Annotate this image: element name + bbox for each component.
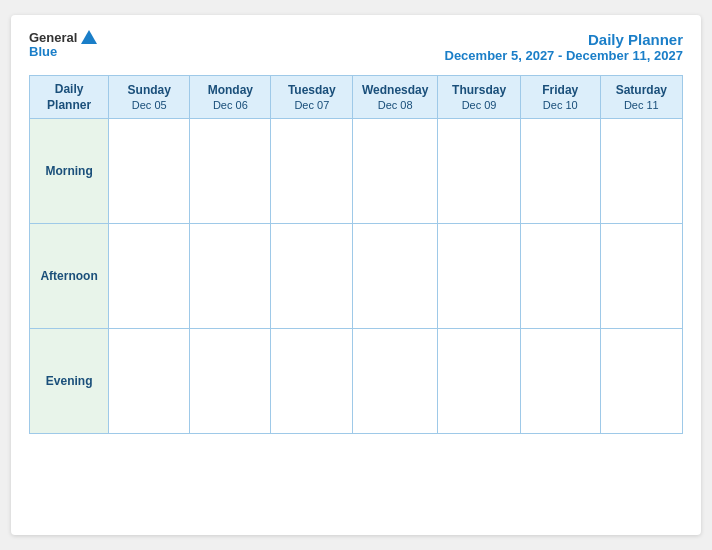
morning-saturday-cell[interactable]: [600, 119, 682, 224]
calendar-table: Daily Planner Sunday Dec 05 Monday Dec 0…: [29, 75, 683, 434]
evening-tuesday-cell[interactable]: [271, 329, 353, 434]
evening-label: Evening: [30, 329, 109, 434]
evening-thursday-cell[interactable]: [438, 329, 521, 434]
tuesday-date: Dec 07: [275, 98, 348, 112]
planner-title: Daily Planner: [445, 31, 684, 48]
row-evening: Evening: [30, 329, 683, 434]
logo: General Blue: [29, 31, 97, 60]
col-header-thursday: Thursday Dec 09: [438, 76, 521, 119]
monday-date: Dec 06: [194, 98, 266, 112]
col-header-sunday: Sunday Dec 05: [109, 76, 190, 119]
morning-thursday-cell[interactable]: [438, 119, 521, 224]
col-header-label: Daily Planner: [30, 76, 109, 119]
afternoon-tuesday-cell[interactable]: [271, 224, 353, 329]
label-day2: Planner: [34, 98, 104, 114]
afternoon-sunday-cell[interactable]: [109, 224, 190, 329]
morning-tuesday-cell[interactable]: [271, 119, 353, 224]
planner-page: General Blue Daily Planner December 5, 2…: [11, 15, 701, 535]
morning-sunday-cell[interactable]: [109, 119, 190, 224]
col-header-friday: Friday Dec 10: [520, 76, 600, 119]
col-header-wednesday: Wednesday Dec 08: [353, 76, 438, 119]
afternoon-thursday-cell[interactable]: [438, 224, 521, 329]
logo-general-text: General: [29, 31, 77, 45]
morning-friday-cell[interactable]: [520, 119, 600, 224]
morning-monday-cell[interactable]: [190, 119, 271, 224]
evening-wednesday-cell[interactable]: [353, 329, 438, 434]
evening-saturday-cell[interactable]: [600, 329, 682, 434]
header: General Blue Daily Planner December 5, 2…: [29, 31, 683, 63]
calendar-header-row: Daily Planner Sunday Dec 05 Monday Dec 0…: [30, 76, 683, 119]
header-title: Daily Planner December 5, 2027 - Decembe…: [445, 31, 684, 63]
afternoon-wednesday-cell[interactable]: [353, 224, 438, 329]
col-header-monday: Monday Dec 06: [190, 76, 271, 119]
morning-label: Morning: [30, 119, 109, 224]
evening-sunday-cell[interactable]: [109, 329, 190, 434]
saturday-name: Saturday: [605, 83, 678, 99]
logo-triangle-icon: [81, 30, 97, 44]
col-header-tuesday: Tuesday Dec 07: [271, 76, 353, 119]
afternoon-friday-cell[interactable]: [520, 224, 600, 329]
planner-date-range: December 5, 2027 - December 11, 2027: [445, 48, 684, 63]
sunday-name: Sunday: [113, 83, 185, 99]
saturday-date: Dec 11: [605, 98, 678, 112]
wednesday-date: Dec 08: [357, 98, 433, 112]
row-morning: Morning: [30, 119, 683, 224]
thursday-date: Dec 09: [442, 98, 516, 112]
evening-friday-cell[interactable]: [520, 329, 600, 434]
wednesday-name: Wednesday: [357, 83, 433, 99]
evening-monday-cell[interactable]: [190, 329, 271, 434]
col-header-saturday: Saturday Dec 11: [600, 76, 682, 119]
label-day1: Daily: [34, 82, 104, 98]
afternoon-saturday-cell[interactable]: [600, 224, 682, 329]
friday-name: Friday: [525, 83, 596, 99]
tuesday-name: Tuesday: [275, 83, 348, 99]
friday-date: Dec 10: [525, 98, 596, 112]
row-afternoon: Afternoon: [30, 224, 683, 329]
monday-name: Monday: [194, 83, 266, 99]
sunday-date: Dec 05: [113, 98, 185, 112]
morning-wednesday-cell[interactable]: [353, 119, 438, 224]
thursday-name: Thursday: [442, 83, 516, 99]
logo-blue-text: Blue: [29, 45, 57, 59]
afternoon-label: Afternoon: [30, 224, 109, 329]
afternoon-monday-cell[interactable]: [190, 224, 271, 329]
